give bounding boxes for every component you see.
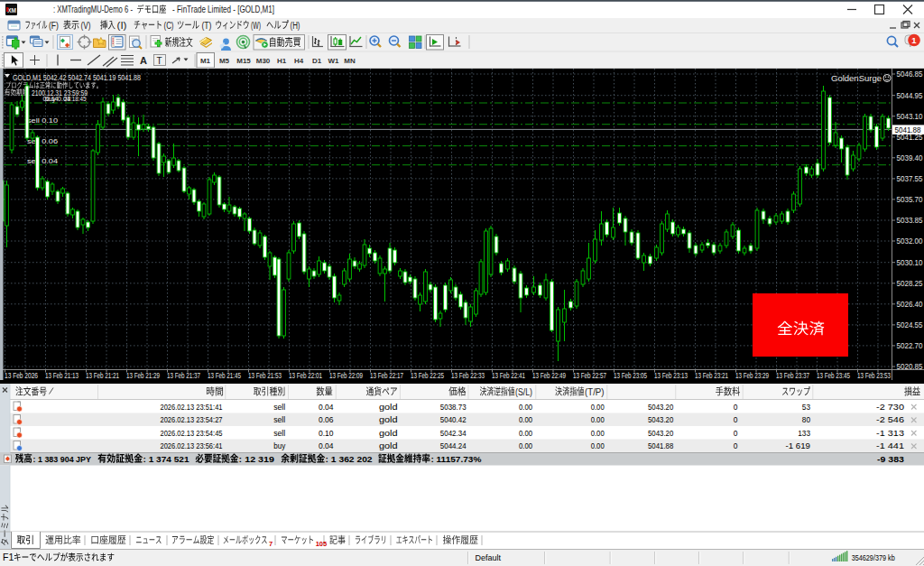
svg-text:13 Feb 22:09: 13 Feb 22:09	[329, 371, 363, 380]
svg-text:(S/L): (S/L)	[515, 387, 532, 397]
svg-text:(H): (H)	[291, 21, 300, 31]
svg-text:0: 0	[734, 403, 738, 412]
svg-text:0.00: 0.00	[519, 415, 532, 424]
svg-text:5042.34: 5042.34	[440, 429, 467, 438]
svg-text:gold: gold	[379, 429, 398, 438]
svg-text:23:18:45: 23:18:45	[64, 95, 87, 103]
svg-text:105: 105	[316, 540, 328, 548]
svg-text:(I): (I)	[117, 21, 127, 31]
svg-text:13 Feb 22:25: 13 Feb 22:25	[411, 371, 444, 380]
svg-text:7: 7	[269, 540, 273, 548]
svg-text:5033.85: 5033.85	[897, 216, 923, 225]
svg-text:GOLD,M1 5042.42 5042.74 5041.1: GOLD,M1 5042.42 5042.74 5041.19 5041.88	[13, 73, 141, 82]
svg-text:5041.88: 5041.88	[895, 125, 921, 135]
svg-text:0.00: 0.00	[591, 441, 605, 450]
svg-text:13 Feb 21:21: 13 Feb 21:21	[86, 371, 119, 380]
svg-text:gold: gold	[379, 415, 398, 424]
svg-text:: XMTradingMU-Demo 6 -: : XMTradingMU-Demo 6 -	[53, 4, 133, 14]
svg-text:13 Feb 22:01: 13 Feb 22:01	[289, 371, 322, 380]
svg-text:M15: M15	[236, 57, 251, 65]
svg-text:13 Feb 23:05: 13 Feb 23:05	[614, 371, 647, 380]
svg-text:2026.02.13 23:54:45: 2026.02.13 23:54:45	[161, 429, 223, 438]
svg-text:Default: Default	[476, 552, 502, 562]
svg-text:5043.20: 5043.20	[648, 403, 673, 412]
svg-text:(W): (W)	[251, 21, 261, 31]
svg-text:(F): (F)	[49, 21, 59, 31]
svg-text:5039.40: 5039.40	[897, 153, 923, 162]
svg-text:5026.40: 5026.40	[897, 300, 923, 309]
svg-text:0.00: 0.00	[591, 429, 605, 438]
svg-text:13 Feb 23:45: 13 Feb 23:45	[817, 371, 850, 380]
svg-text:13 Feb 23:21: 13 Feb 23:21	[695, 371, 728, 380]
svg-text:-1 619: -1 619	[785, 441, 810, 450]
svg-text:5028.25: 5028.25	[897, 279, 923, 288]
svg-text:13 Feb 21:53: 13 Feb 21:53	[248, 371, 282, 380]
svg-text:sell 0.10: sell 0.10	[27, 116, 59, 125]
svg-text:13 Feb 21:29: 13 Feb 21:29	[126, 371, 160, 380]
svg-text:5035.70: 5035.70	[897, 195, 923, 204]
svg-text:M1: M1	[200, 57, 211, 65]
svg-text:H1: H1	[277, 57, 287, 65]
svg-text:5046.85: 5046.85	[897, 70, 923, 79]
svg-text:0.04: 0.04	[319, 441, 334, 450]
svg-text:5044.95: 5044.95	[897, 91, 923, 100]
svg-text:0.04: 0.04	[319, 403, 334, 412]
svg-text:-1 441: -1 441	[876, 441, 904, 450]
svg-text:MN: MN	[344, 57, 356, 65]
svg-text:0.06: 0.06	[319, 415, 334, 424]
svg-text:0.10: 0.10	[319, 429, 334, 438]
svg-text:XM: XM	[7, 7, 16, 14]
svg-text:5020.85: 5020.85	[897, 362, 923, 371]
svg-text:5041.88: 5041.88	[648, 441, 673, 450]
svg-text:: 12 319: : 12 319	[239, 454, 275, 464]
svg-text:80: 80	[802, 415, 810, 424]
svg-text:13 Feb 22:41: 13 Feb 22:41	[492, 371, 525, 380]
svg-text:5044.24: 5044.24	[440, 441, 467, 450]
svg-text:13 Feb 21:37: 13 Feb 21:37	[167, 371, 200, 380]
svg-text:0.00: 0.00	[591, 415, 605, 424]
svg-text:sell 0.04: sell 0.04	[27, 157, 59, 165]
svg-text:sell: sell	[273, 415, 285, 424]
svg-text:0.00: 0.00	[591, 403, 605, 412]
svg-text:13 Feb 22:57: 13 Feb 22:57	[573, 371, 606, 380]
svg-text:2026.02.13 23:54:27: 2026.02.13 23:54:27	[161, 415, 223, 424]
svg-text:13 Feb 23:37: 13 Feb 23:37	[776, 371, 809, 380]
svg-text:1: 1	[911, 35, 917, 45]
svg-text:sell: sell	[273, 403, 285, 412]
svg-text:5024.55: 5024.55	[897, 320, 923, 329]
svg-text:5038.73: 5038.73	[440, 403, 467, 412]
svg-text:354629/379 kb: 354629/379 kb	[852, 552, 895, 562]
svg-text:gold: gold	[379, 441, 398, 450]
svg-text:5032.00: 5032.00	[897, 237, 923, 246]
svg-text:M5: M5	[219, 57, 230, 65]
svg-text:: 11157.73%: : 11157.73%	[430, 454, 482, 464]
svg-text:53: 53	[802, 403, 810, 412]
svg-text:13 Feb 21:13: 13 Feb 21:13	[45, 371, 79, 380]
svg-text:D1: D1	[312, 57, 322, 65]
svg-text:0.00: 0.00	[519, 429, 532, 438]
svg-text:13 Feb 22:17: 13 Feb 22:17	[370, 371, 403, 380]
svg-text:- FinTrade Limited - [GOLD,M1]: - FinTrade Limited - [GOLD,M1]	[172, 4, 274, 14]
svg-text:F1: F1	[3, 552, 14, 562]
svg-text:: 1 383 904 JPY: : 1 383 904 JPY	[33, 454, 92, 464]
svg-text:(V): (V)	[81, 21, 91, 31]
svg-text:-1 313: -1 313	[876, 429, 904, 438]
svg-text:0: 0	[734, 429, 738, 438]
svg-text:M30: M30	[256, 57, 271, 65]
svg-text:T: T	[157, 56, 162, 66]
svg-text:0.00: 0.00	[519, 441, 532, 450]
svg-text:0: 0	[734, 441, 738, 450]
svg-text:13 Feb 23:53: 13 Feb 23:53	[857, 371, 891, 380]
svg-text:2026.02.13 23:51:41: 2026.02.13 23:51:41	[161, 403, 223, 412]
svg-text:sell 0.06: sell 0.06	[27, 137, 58, 145]
svg-text:(C): (C)	[164, 21, 174, 31]
svg-text:13 Feb 23:29: 13 Feb 23:29	[735, 371, 769, 380]
svg-text:GoldenSurge: GoldenSurge	[831, 74, 882, 83]
svg-text:W1: W1	[328, 57, 340, 65]
svg-text:: 1 362 202: : 1 362 202	[326, 454, 373, 464]
svg-text:13 Feb 2026: 13 Feb 2026	[5, 371, 38, 380]
svg-text:5037.55: 5037.55	[897, 174, 923, 183]
svg-text:5040.42: 5040.42	[440, 415, 467, 424]
svg-text:-9 383: -9 383	[877, 454, 904, 464]
svg-text:A: A	[140, 55, 147, 66]
